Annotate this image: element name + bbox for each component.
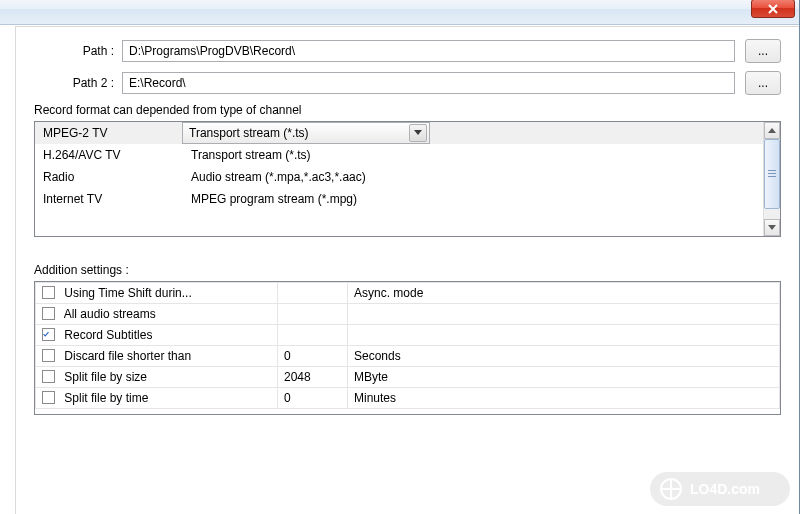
setting-label: Split file by size	[64, 370, 147, 384]
format-type: MPEG-2 TV	[35, 126, 183, 140]
format-type: Internet TV	[35, 192, 183, 206]
format-value: Transport stream (*.ts)	[183, 148, 763, 162]
setting-unit: MByte	[348, 367, 780, 388]
settings-row: Discard file shorter than 0 Seconds	[36, 346, 780, 367]
path-browse-button[interactable]: ...	[745, 39, 781, 63]
format-value: Audio stream (*.mpa,*.ac3,*.aac)	[183, 170, 763, 184]
format-row[interactable]: Radio Audio stream (*.mpa,*.ac3,*.aac)	[35, 166, 763, 188]
settings-table: Using Time Shift durin... Async. mode Al…	[35, 282, 780, 409]
setting-label: Discard file shorter than	[64, 349, 191, 363]
checkbox[interactable]	[42, 370, 55, 383]
setting-value[interactable]	[278, 283, 348, 304]
setting-unit: Seconds	[348, 346, 780, 367]
path-input[interactable]	[122, 40, 735, 62]
setting-value[interactable]: 0	[278, 388, 348, 409]
checkbox[interactable]	[42, 391, 55, 404]
dialog-window: Path : ... Path 2 : ... Record format ca…	[0, 0, 800, 514]
scroll-up-icon[interactable]	[764, 122, 780, 139]
checkbox[interactable]	[42, 349, 55, 362]
setting-value[interactable]	[278, 325, 348, 346]
setting-unit: Minutes	[348, 388, 780, 409]
setting-value[interactable]	[278, 304, 348, 325]
format-row[interactable]: MPEG-2 TV Transport stream (*.ts)	[35, 122, 763, 144]
format-list-content: MPEG-2 TV Transport stream (*.ts) H.264/…	[35, 122, 763, 236]
path2-row: Path 2 : ...	[34, 71, 781, 95]
settings-row: Record Subtitles	[36, 325, 780, 346]
settings-row: Split file by time 0 Minutes	[36, 388, 780, 409]
path2-browse-button[interactable]: ...	[745, 71, 781, 95]
format-scrollbar[interactable]	[763, 122, 780, 236]
settings-section-label: Addition settings :	[34, 263, 781, 277]
setting-label: Record Subtitles	[64, 328, 152, 342]
watermark: LO4D.com	[650, 472, 790, 506]
path2-label: Path 2 :	[34, 76, 122, 90]
format-row[interactable]: H.264/AVC TV Transport stream (*.ts)	[35, 144, 763, 166]
format-list: MPEG-2 TV Transport stream (*.ts) H.264/…	[34, 121, 781, 237]
path-label: Path :	[34, 44, 122, 58]
checkbox[interactable]	[42, 328, 55, 341]
chevron-down-icon	[409, 124, 427, 142]
path-row: Path : ...	[34, 39, 781, 63]
setting-unit: Async. mode	[348, 283, 780, 304]
setting-value[interactable]: 0	[278, 346, 348, 367]
format-row[interactable]: Internet TV MPEG program stream (*.mpg)	[35, 188, 763, 210]
setting-label: All audio streams	[64, 307, 156, 321]
content-panel: Path : ... Path 2 : ... Record format ca…	[15, 26, 799, 514]
setting-unit	[348, 325, 780, 346]
settings-row: Split file by size 2048 MByte	[36, 367, 780, 388]
checkbox[interactable]	[42, 307, 55, 320]
titlebar	[0, 0, 799, 25]
scroll-down-icon[interactable]	[764, 219, 780, 236]
scroll-thumb[interactable]	[764, 139, 780, 209]
path2-input[interactable]	[122, 72, 735, 94]
settings-row: Using Time Shift durin... Async. mode	[36, 283, 780, 304]
setting-label: Split file by time	[64, 391, 148, 405]
close-icon	[768, 4, 778, 14]
settings-list: Using Time Shift durin... Async. mode Al…	[34, 281, 781, 415]
close-button[interactable]	[751, 0, 795, 18]
scroll-track[interactable]	[764, 139, 780, 219]
format-combo[interactable]: Transport stream (*.ts)	[182, 122, 430, 144]
settings-row: All audio streams	[36, 304, 780, 325]
watermark-text: LO4D.com	[690, 481, 760, 497]
format-combo-value: Transport stream (*.ts)	[189, 126, 409, 140]
setting-label: Using Time Shift durin...	[64, 286, 191, 300]
check-icon	[43, 329, 49, 340]
setting-unit	[348, 304, 780, 325]
globe-icon	[660, 478, 682, 500]
format-value: MPEG program stream (*.mpg)	[183, 192, 763, 206]
format-type: H.264/AVC TV	[35, 148, 183, 162]
setting-value[interactable]: 2048	[278, 367, 348, 388]
format-section-label: Record format can depended from type of …	[34, 103, 781, 117]
checkbox[interactable]	[42, 286, 55, 299]
format-type: Radio	[35, 170, 183, 184]
